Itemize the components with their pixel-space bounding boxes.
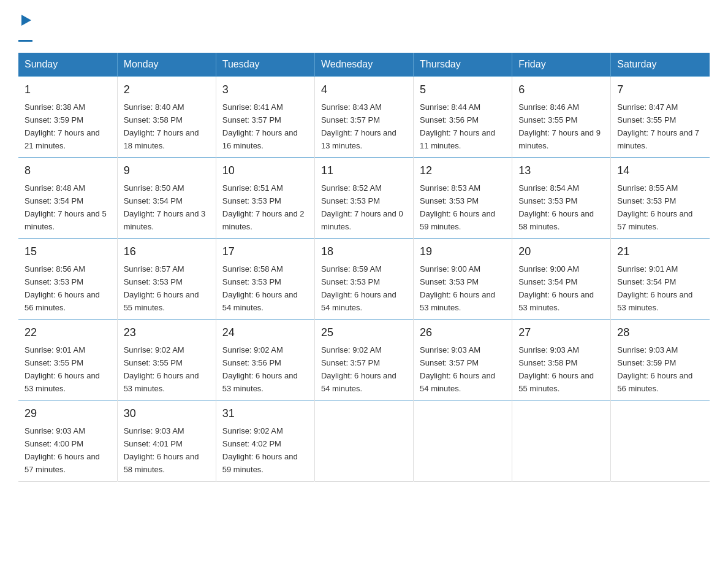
day-number: 17 <box>222 243 308 260</box>
day-number: 8 <box>25 163 111 179</box>
day-info: Sunrise: 9:02 AMSunset: 3:56 PMDaylight:… <box>222 345 298 393</box>
day-info: Sunrise: 8:54 AMSunset: 3:53 PMDaylight:… <box>518 183 594 231</box>
calendar-cell <box>611 400 710 481</box>
calendar-cell: 15 Sunrise: 8:56 AMSunset: 3:53 PMDaylig… <box>18 239 117 320</box>
calendar-header-row: SundayMondayTuesdayWednesdayThursdayFrid… <box>18 53 710 77</box>
day-number: 27 <box>518 324 604 341</box>
day-number: 5 <box>420 82 506 98</box>
calendar-cell: 26 Sunrise: 9:03 AMSunset: 3:57 PMDaylig… <box>414 320 512 400</box>
header-monday: Monday <box>117 53 216 77</box>
day-info: Sunrise: 9:00 AMSunset: 3:54 PMDaylight:… <box>518 264 594 312</box>
calendar-cell: 8 Sunrise: 8:48 AMSunset: 3:54 PMDayligh… <box>18 158 117 239</box>
calendar-cell: 9 Sunrise: 8:50 AMSunset: 3:54 PMDayligh… <box>117 158 216 239</box>
calendar-cell: 10 Sunrise: 8:51 AMSunset: 3:53 PMDaylig… <box>216 158 314 239</box>
day-number: 11 <box>321 163 407 179</box>
day-info: Sunrise: 9:03 AMSunset: 3:57 PMDaylight:… <box>420 345 495 393</box>
calendar-cell <box>414 400 512 481</box>
calendar-cell: 17 Sunrise: 8:58 AMSunset: 3:53 PMDaylig… <box>216 239 314 320</box>
day-info: Sunrise: 8:55 AMSunset: 3:53 PMDaylight:… <box>617 183 692 231</box>
calendar-cell: 12 Sunrise: 8:53 AMSunset: 3:53 PMDaylig… <box>414 158 512 239</box>
calendar-cell: 30 Sunrise: 9:03 AMSunset: 4:01 PMDaylig… <box>117 400 216 481</box>
day-number: 13 <box>518 163 604 179</box>
day-info: Sunrise: 9:02 AMSunset: 3:55 PMDaylight:… <box>124 345 199 393</box>
day-info: Sunrise: 9:01 AMSunset: 3:55 PMDaylight:… <box>25 345 100 393</box>
calendar-cell: 16 Sunrise: 8:57 AMSunset: 3:53 PMDaylig… <box>117 239 216 320</box>
day-info: Sunrise: 9:03 AMSunset: 3:59 PMDaylight:… <box>617 345 692 393</box>
calendar-cell: 3 Sunrise: 8:41 AMSunset: 3:57 PMDayligh… <box>216 77 314 158</box>
day-number: 10 <box>222 163 308 179</box>
day-number: 29 <box>25 405 111 422</box>
calendar-week-row: 8 Sunrise: 8:48 AMSunset: 3:54 PMDayligh… <box>18 158 710 239</box>
day-number: 25 <box>321 324 407 341</box>
day-info: Sunrise: 9:03 AMSunset: 3:58 PMDaylight:… <box>518 345 594 393</box>
calendar-cell <box>512 400 611 481</box>
calendar-cell: 27 Sunrise: 9:03 AMSunset: 3:58 PMDaylig… <box>512 320 611 400</box>
day-number: 16 <box>124 243 210 260</box>
day-number: 12 <box>420 163 506 179</box>
day-number: 7 <box>617 82 703 98</box>
day-number: 23 <box>124 324 210 341</box>
day-number: 31 <box>222 405 308 422</box>
header-sunday: Sunday <box>18 53 117 77</box>
header-friday: Friday <box>512 53 611 77</box>
calendar-week-row: 29 Sunrise: 9:03 AMSunset: 4:00 PMDaylig… <box>18 400 710 481</box>
calendar-cell: 11 Sunrise: 8:52 AMSunset: 3:53 PMDaylig… <box>314 158 413 239</box>
calendar-cell: 24 Sunrise: 9:02 AMSunset: 3:56 PMDaylig… <box>216 320 314 400</box>
calendar-cell: 1 Sunrise: 8:38 AMSunset: 3:59 PMDayligh… <box>18 77 117 158</box>
calendar-cell: 13 Sunrise: 8:54 AMSunset: 3:53 PMDaylig… <box>512 158 611 239</box>
calendar-cell: 22 Sunrise: 9:01 AMSunset: 3:55 PMDaylig… <box>18 320 117 400</box>
day-number: 1 <box>25 82 111 98</box>
header-tuesday: Tuesday <box>216 53 314 77</box>
calendar-cell: 25 Sunrise: 9:02 AMSunset: 3:57 PMDaylig… <box>314 320 413 400</box>
day-info: Sunrise: 8:57 AMSunset: 3:53 PMDaylight:… <box>124 264 199 312</box>
day-info: Sunrise: 9:01 AMSunset: 3:54 PMDaylight:… <box>617 264 692 312</box>
logo-underline <box>18 40 32 42</box>
day-number: 18 <box>321 243 407 260</box>
calendar-cell: 23 Sunrise: 9:02 AMSunset: 3:55 PMDaylig… <box>117 320 216 400</box>
day-info: Sunrise: 8:44 AMSunset: 3:56 PMDaylight:… <box>420 102 495 150</box>
logo <box>18 12 32 42</box>
header-wednesday: Wednesday <box>314 53 413 77</box>
day-number: 9 <box>124 163 210 179</box>
day-number: 28 <box>617 324 703 341</box>
day-info: Sunrise: 9:03 AMSunset: 4:01 PMDaylight:… <box>124 426 199 474</box>
day-info: Sunrise: 8:51 AMSunset: 3:53 PMDaylight:… <box>222 183 305 231</box>
calendar-cell: 18 Sunrise: 8:59 AMSunset: 3:53 PMDaylig… <box>314 239 413 320</box>
day-info: Sunrise: 9:02 AMSunset: 4:02 PMDaylight:… <box>222 426 298 474</box>
calendar-week-row: 15 Sunrise: 8:56 AMSunset: 3:53 PMDaylig… <box>18 239 710 320</box>
day-number: 14 <box>617 163 703 179</box>
day-info: Sunrise: 8:43 AMSunset: 3:57 PMDaylight:… <box>321 102 396 150</box>
day-info: Sunrise: 8:46 AMSunset: 3:55 PMDaylight:… <box>518 102 601 150</box>
day-number: 2 <box>124 82 210 98</box>
calendar-cell: 19 Sunrise: 9:00 AMSunset: 3:53 PMDaylig… <box>414 239 512 320</box>
day-info: Sunrise: 8:40 AMSunset: 3:58 PMDaylight:… <box>124 102 199 150</box>
day-number: 21 <box>617 243 703 260</box>
svg-marker-0 <box>21 15 31 26</box>
day-info: Sunrise: 8:48 AMSunset: 3:54 PMDaylight:… <box>25 183 107 231</box>
day-info: Sunrise: 8:59 AMSunset: 3:53 PMDaylight:… <box>321 264 396 312</box>
day-number: 15 <box>25 243 111 260</box>
header-thursday: Thursday <box>414 53 512 77</box>
header-saturday: Saturday <box>611 53 710 77</box>
day-info: Sunrise: 8:53 AMSunset: 3:53 PMDaylight:… <box>420 183 495 231</box>
calendar-cell: 28 Sunrise: 9:03 AMSunset: 3:59 PMDaylig… <box>611 320 710 400</box>
calendar-cell: 31 Sunrise: 9:02 AMSunset: 4:02 PMDaylig… <box>216 400 314 481</box>
calendar-cell <box>314 400 413 481</box>
calendar-cell: 7 Sunrise: 8:47 AMSunset: 3:55 PMDayligh… <box>611 77 710 158</box>
day-number: 22 <box>25 324 111 341</box>
day-info: Sunrise: 9:00 AMSunset: 3:53 PMDaylight:… <box>420 264 495 312</box>
calendar-cell: 4 Sunrise: 8:43 AMSunset: 3:57 PMDayligh… <box>314 77 413 158</box>
day-info: Sunrise: 8:38 AMSunset: 3:59 PMDaylight:… <box>25 102 100 150</box>
day-number: 3 <box>222 82 308 98</box>
calendar-week-row: 22 Sunrise: 9:01 AMSunset: 3:55 PMDaylig… <box>18 320 710 400</box>
calendar-table: SundayMondayTuesdayWednesdayThursdayFrid… <box>18 53 710 481</box>
day-number: 26 <box>420 324 506 341</box>
day-info: Sunrise: 8:52 AMSunset: 3:53 PMDaylight:… <box>321 183 403 231</box>
day-info: Sunrise: 8:41 AMSunset: 3:57 PMDaylight:… <box>222 102 298 150</box>
calendar-cell: 29 Sunrise: 9:03 AMSunset: 4:00 PMDaylig… <box>18 400 117 481</box>
day-number: 6 <box>518 82 604 98</box>
calendar-cell: 6 Sunrise: 8:46 AMSunset: 3:55 PMDayligh… <box>512 77 611 158</box>
calendar-cell: 20 Sunrise: 9:00 AMSunset: 3:54 PMDaylig… <box>512 239 611 320</box>
day-info: Sunrise: 8:47 AMSunset: 3:55 PMDaylight:… <box>617 102 699 150</box>
calendar-cell: 14 Sunrise: 8:55 AMSunset: 3:53 PMDaylig… <box>611 158 710 239</box>
